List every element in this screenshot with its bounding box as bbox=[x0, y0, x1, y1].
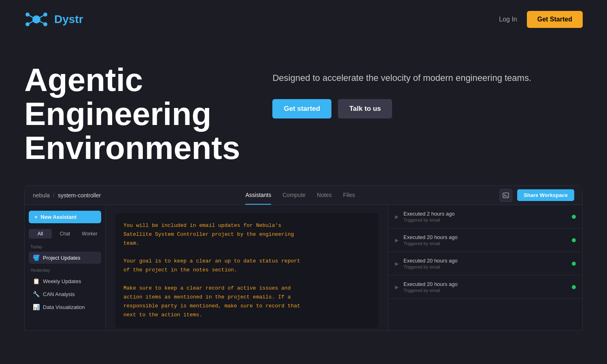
app-header-right: Share Workspace bbox=[499, 189, 574, 202]
execution-info-2: Executed 20 hours ago Triggered by email bbox=[403, 234, 567, 246]
sidebar-item-weekly-updates-label: Weekly Updates bbox=[43, 278, 81, 284]
breadcrumb: nebula / system-controller bbox=[33, 192, 101, 199]
play-icon-1[interactable]: ▶ bbox=[395, 214, 399, 220]
desc-line2: Your goal is to keep a clear an up to da… bbox=[123, 257, 370, 275]
login-button[interactable]: Log In bbox=[499, 16, 517, 23]
weekly-updates-icon: 📋 bbox=[33, 278, 40, 284]
play-icon-3[interactable]: ▶ bbox=[395, 261, 399, 267]
tab-files[interactable]: Files bbox=[343, 186, 355, 205]
play-icon-4[interactable]: ▶ bbox=[395, 284, 399, 290]
sidebar-item-project-updates[interactable]: 🪣 Project Updates bbox=[29, 252, 101, 264]
execution-status-4 bbox=[572, 285, 576, 289]
filter-tab-all[interactable]: All bbox=[29, 229, 52, 239]
execution-row-4: ▶ Executed 20 hours ago Triggered by ema… bbox=[388, 275, 582, 299]
terminal-icon-button[interactable] bbox=[499, 189, 512, 202]
hero-subtitle: Designed to accelerate the velocity of m… bbox=[272, 71, 583, 85]
execution-title-2: Executed 20 hours ago bbox=[403, 234, 567, 240]
hero-title-line1: Agentic bbox=[24, 62, 143, 98]
play-icon-2[interactable]: ▶ bbox=[395, 237, 399, 243]
assistant-description: You will be included in email updates fo… bbox=[115, 213, 378, 328]
execution-subtitle-1: Triggered by email bbox=[403, 218, 567, 222]
data-visualization-icon: 📊 bbox=[33, 304, 40, 310]
app-header: nebula / system-controller Assistants Co… bbox=[25, 186, 582, 205]
execution-row-3: ▶ Executed 20 hours ago Triggered by ema… bbox=[388, 252, 582, 275]
nav-right: Log In Get Started bbox=[499, 11, 583, 28]
tab-notes[interactable]: Notes bbox=[317, 186, 332, 205]
hero-title-line2: Engineering bbox=[24, 96, 211, 132]
execution-info-3: Executed 20 hours ago Triggered by email bbox=[403, 258, 567, 269]
execution-status-2 bbox=[572, 238, 576, 242]
hero-title: Agentic Engineering Environments bbox=[24, 63, 240, 165]
desc-line1: You will be included in email updates fo… bbox=[123, 221, 370, 248]
hero-talk-button[interactable]: Talk to us bbox=[338, 99, 392, 119]
execution-row-2: ▶ Executed 20 hours ago Triggered by ema… bbox=[388, 229, 582, 252]
execution-status-1 bbox=[572, 215, 576, 219]
execution-row-1: ▶ Executed 2 hours ago Triggered by emai… bbox=[388, 205, 582, 229]
nav-logo-text: Dystr bbox=[54, 13, 83, 26]
plus-icon: + bbox=[34, 214, 38, 220]
breadcrumb-current: system-controller bbox=[58, 192, 101, 199]
app-preview: nebula / system-controller Assistants Co… bbox=[24, 185, 583, 331]
app-body: + New Assistant All Chat Worker Today 🪣 … bbox=[25, 205, 582, 330]
execution-title-4: Executed 20 hours ago bbox=[403, 281, 567, 287]
breadcrumb-separator: / bbox=[53, 192, 55, 199]
filter-tab-chat[interactable]: Chat bbox=[53, 229, 76, 239]
can-analysis-icon: 🔧 bbox=[33, 291, 40, 297]
execution-status-3 bbox=[572, 262, 576, 266]
project-updates-icon: 🪣 bbox=[33, 254, 40, 261]
sidebar-section-yesterday: Yesterday bbox=[29, 268, 101, 273]
nav-left: Dystr bbox=[24, 7, 83, 32]
new-assistant-button[interactable]: + New Assistant bbox=[29, 211, 101, 223]
app-tabs: Assistants Compute Notes Files bbox=[245, 186, 355, 205]
execution-title-3: Executed 20 hours ago bbox=[403, 258, 567, 264]
hero-buttons: Get started Talk to us bbox=[272, 99, 583, 119]
sidebar-item-weekly-updates[interactable]: 📋 Weekly Updates bbox=[29, 275, 101, 287]
hero-right-block: Designed to accelerate the velocity of m… bbox=[272, 63, 583, 119]
execution-title-1: Executed 2 hours ago bbox=[403, 211, 567, 217]
hero-title-block: Agentic Engineering Environments bbox=[24, 63, 240, 165]
execution-subtitle-2: Triggered by email bbox=[403, 241, 567, 246]
nav-get-started-button[interactable]: Get Started bbox=[527, 11, 583, 28]
breadcrumb-root: nebula bbox=[33, 192, 50, 199]
desc-line3: Make sure to keep a clear record of acti… bbox=[123, 284, 370, 320]
share-workspace-button[interactable]: Share Workspace bbox=[517, 189, 574, 201]
sidebar-item-project-updates-label: Project Updates bbox=[43, 255, 81, 261]
tab-compute[interactable]: Compute bbox=[282, 186, 306, 205]
sidebar-item-data-visualization-label: Data Visualization bbox=[43, 304, 85, 310]
execution-subtitle-4: Triggered by email bbox=[403, 288, 567, 293]
app-sidebar: + New Assistant All Chat Worker Today 🪣 … bbox=[25, 205, 106, 330]
tab-assistants[interactable]: Assistants bbox=[245, 186, 271, 205]
new-assistant-label: New Assistant bbox=[41, 214, 76, 220]
logo-icon bbox=[24, 7, 49, 32]
filter-tabs: All Chat Worker bbox=[29, 229, 101, 239]
execution-info-4: Executed 20 hours ago Triggered by email bbox=[403, 281, 567, 293]
execution-info-1: Executed 2 hours ago Triggered by email bbox=[403, 211, 567, 222]
hero-get-started-button[interactable]: Get started bbox=[272, 99, 331, 119]
execution-subtitle-3: Triggered by email bbox=[403, 265, 567, 269]
filter-tab-worker[interactable]: Worker bbox=[78, 229, 101, 239]
hero-section: Agentic Engineering Environments Designe… bbox=[0, 39, 607, 185]
sidebar-item-can-analysis[interactable]: 🔧 CAN Analysis bbox=[29, 288, 101, 300]
app-main: You will be included in email updates fo… bbox=[106, 205, 388, 330]
sidebar-item-can-analysis-label: CAN Analysis bbox=[43, 291, 75, 297]
navbar: Dystr Log In Get Started bbox=[0, 0, 607, 39]
sidebar-item-data-visualization[interactable]: 📊 Data Visualization bbox=[29, 301, 101, 313]
app-right-panel: ▶ Executed 2 hours ago Triggered by emai… bbox=[388, 205, 582, 330]
hero-title-line3: Environments bbox=[24, 130, 240, 166]
terminal-icon bbox=[503, 192, 509, 199]
sidebar-section-today: Today bbox=[29, 244, 101, 249]
